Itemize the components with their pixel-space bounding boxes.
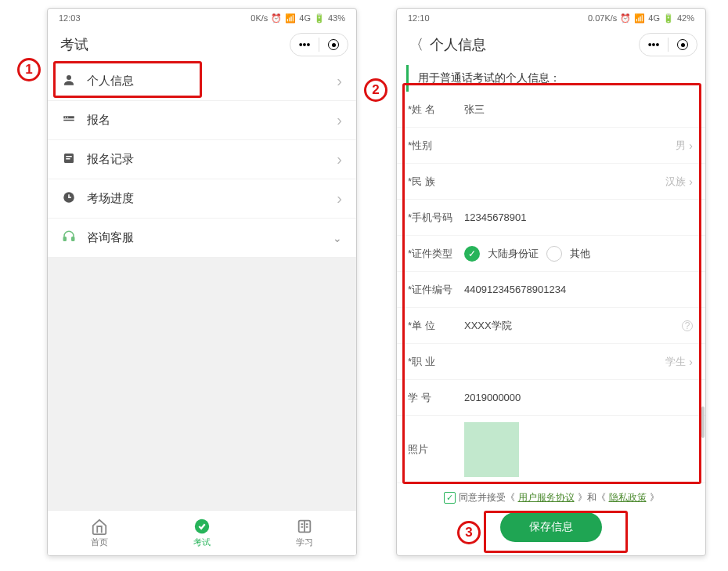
help-icon[interactable]: ? bbox=[682, 320, 693, 331]
svg-rect-12 bbox=[72, 237, 74, 240]
phone-left: 12:03 0K/s ⏰ 📶 4G 🔋 43% 考试 ••• 个人信息 › bbox=[47, 8, 357, 556]
radio-idcard[interactable]: ✓ bbox=[464, 246, 480, 262]
svg-point-4 bbox=[67, 117, 69, 118]
records-icon bbox=[62, 151, 79, 168]
wifi-icon: 📶 bbox=[285, 13, 296, 23]
bottom-nav: 首页 考试 学习 bbox=[48, 510, 356, 555]
photo-thumbnail[interactable] bbox=[464, 422, 519, 477]
page-title: 考试 bbox=[60, 35, 88, 54]
menu-item-signup[interactable]: 报名 › bbox=[48, 101, 356, 140]
field-ethnic[interactable]: *民 族 汉族 › bbox=[397, 164, 705, 200]
page-title: 个人信息 bbox=[430, 35, 486, 54]
field-idtype[interactable]: *证件类型 ✓ 大陆身份证 其他 bbox=[397, 236, 705, 272]
chevron-right-icon: › bbox=[337, 150, 342, 168]
chevron-right-icon: › bbox=[337, 190, 342, 208]
menu-item-records[interactable]: 报名记录 › bbox=[48, 140, 356, 179]
status-bar: 12:10 0.07K/s ⏰ 📶 4G 🔋 42% bbox=[397, 9, 705, 27]
svg-rect-7 bbox=[66, 158, 70, 160]
chevron-right-icon: › bbox=[689, 139, 693, 152]
exam-icon bbox=[193, 518, 211, 535]
field-gender[interactable]: *性别 男 › bbox=[397, 128, 705, 164]
menu-item-personal[interactable]: 个人信息 › bbox=[48, 62, 356, 101]
scroll-indicator[interactable] bbox=[701, 407, 705, 438]
person-icon bbox=[62, 73, 79, 90]
phone-right: 12:10 0.07K/s ⏰ 📶 4G 🔋 42% 〈 个人信息 ••• 用于… bbox=[396, 8, 706, 556]
svg-rect-10 bbox=[68, 197, 71, 198]
target-icon bbox=[677, 39, 688, 50]
status-time: 12:10 bbox=[408, 13, 430, 23]
nav-exam[interactable]: 考试 bbox=[150, 511, 253, 555]
field-idno[interactable]: *证件编号 440912345678901234 bbox=[397, 272, 705, 308]
alarm-icon: ⏰ bbox=[271, 13, 282, 23]
wechat-capsule[interactable]: ••• bbox=[639, 33, 697, 56]
phone-icon bbox=[62, 112, 79, 129]
capsule-close[interactable] bbox=[669, 39, 697, 50]
svg-point-0 bbox=[67, 75, 71, 80]
save-button[interactable]: 保存信息 bbox=[500, 512, 602, 542]
svg-point-3 bbox=[65, 117, 67, 118]
agree-row: ✓ 同意并接受《用户服务协议》和《隐私政策》 bbox=[397, 483, 705, 509]
app-header: 考试 ••• bbox=[48, 27, 356, 62]
alarm-icon: ⏰ bbox=[620, 13, 631, 23]
callout-1: 1 bbox=[17, 58, 41, 81]
wifi-icon: 📶 bbox=[634, 13, 645, 23]
radio-other[interactable] bbox=[546, 246, 562, 262]
nav-home[interactable]: 首页 bbox=[48, 511, 150, 555]
callout-2: 2 bbox=[364, 78, 387, 102]
info-form: *姓 名 张三 *性别 男 › *民 族 汉族 › *手机号码 12345678… bbox=[397, 92, 705, 483]
back-icon[interactable]: 〈 bbox=[409, 35, 423, 54]
svg-rect-11 bbox=[63, 237, 66, 240]
chevron-right-icon: › bbox=[689, 175, 693, 188]
content-empty bbox=[48, 258, 356, 510]
form-subheader: 用于普通话考试的个人信息： bbox=[406, 65, 696, 92]
status-bar: 12:03 0K/s ⏰ 📶 4G 🔋 43% bbox=[48, 9, 356, 27]
callout-3: 3 bbox=[457, 521, 481, 544]
nav-study[interactable]: 学习 bbox=[254, 511, 356, 555]
capsule-close[interactable] bbox=[319, 39, 348, 50]
field-job[interactable]: *职 业 学生 › bbox=[397, 344, 705, 380]
book-icon bbox=[296, 518, 313, 535]
status-right: 0K/s ⏰ 📶 4G 🔋 43% bbox=[250, 13, 345, 23]
chevron-right-icon: › bbox=[337, 72, 342, 90]
field-name[interactable]: *姓 名 张三 bbox=[397, 92, 705, 128]
capsule-more[interactable]: ••• bbox=[290, 38, 319, 51]
menu-list: 个人信息 › 报名 › 报名记录 › 考场进度 › bbox=[48, 62, 356, 258]
target-icon bbox=[328, 39, 339, 50]
field-photo[interactable]: 照片 bbox=[397, 416, 705, 483]
app-header: 〈 个人信息 ••• bbox=[397, 27, 705, 62]
field-phone[interactable]: *手机号码 12345678901 bbox=[397, 200, 705, 236]
battery-icon: 🔋 bbox=[314, 13, 325, 23]
headset-icon bbox=[62, 229, 79, 247]
privacy-link[interactable]: 隐私政策 bbox=[609, 491, 647, 504]
wechat-capsule[interactable]: ••• bbox=[290, 33, 348, 56]
clock-icon bbox=[62, 190, 79, 208]
home-icon bbox=[91, 518, 108, 535]
status-right: 0.07K/s ⏰ 📶 4G 🔋 42% bbox=[588, 13, 694, 23]
chevron-down-icon: ⌄ bbox=[333, 232, 342, 244]
chevron-right-icon: › bbox=[337, 111, 342, 129]
menu-item-support[interactable]: 咨询客服 ⌄ bbox=[48, 219, 356, 258]
capsule-more[interactable]: ••• bbox=[640, 38, 668, 51]
svg-rect-2 bbox=[63, 119, 74, 121]
status-time: 12:03 bbox=[59, 13, 81, 23]
svg-rect-6 bbox=[66, 156, 72, 157]
menu-item-progress[interactable]: 考场进度 › bbox=[48, 179, 356, 219]
field-studentid[interactable]: 学 号 2019000000 bbox=[397, 380, 705, 416]
agree-checkbox[interactable]: ✓ bbox=[444, 492, 456, 504]
battery-icon: 🔋 bbox=[663, 13, 674, 23]
chevron-right-icon: › bbox=[689, 356, 693, 368]
terms-link[interactable]: 用户服务协议 bbox=[518, 491, 575, 504]
field-org[interactable]: *单 位 XXXX学院 ? bbox=[397, 308, 705, 344]
